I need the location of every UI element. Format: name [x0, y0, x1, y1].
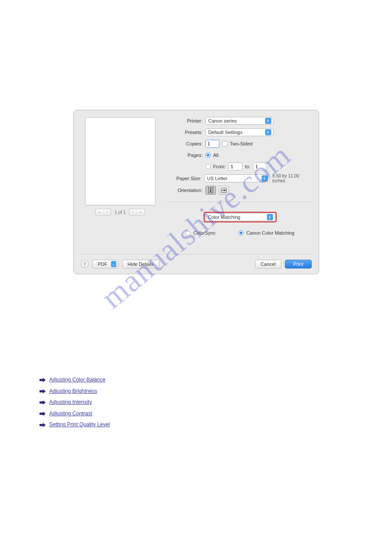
pages-label: Pages:: [169, 152, 203, 158]
hide-details-label: Hide Details: [128, 261, 154, 267]
colorsync-radio[interactable]: [185, 230, 191, 236]
next-page-icon[interactable]: ›: [129, 210, 137, 214]
print-options-section-select[interactable]: Color Matching: [205, 213, 275, 221]
presets-value: Default Settings: [209, 130, 243, 135]
landscape-icon: [221, 188, 227, 193]
orientation-landscape-button[interactable]: [219, 186, 229, 195]
list-item: Adjusting Color Balance: [40, 375, 352, 385]
pages-range-radio[interactable]: [205, 164, 211, 169]
related-link[interactable]: Adjusting Brightness: [49, 387, 97, 396]
list-item: Adjusting Brightness: [40, 387, 352, 396]
pages-from-label: From:: [213, 164, 226, 169]
svg-rect-5: [223, 190, 226, 191]
pages-all-label: All: [213, 152, 219, 158]
pages-to-input[interactable]: [253, 163, 267, 170]
paper-size-label: Paper Size:: [169, 176, 201, 181]
prev-page-icon[interactable]: ‹: [104, 210, 111, 214]
print-preview-page: [85, 117, 155, 205]
first-page-icon[interactable]: ‹‹: [96, 210, 104, 214]
colorsync-label: ColorSync: [193, 230, 216, 236]
presets-select[interactable]: Default Settings: [205, 128, 273, 136]
doc-context-text: [26, 18, 366, 110]
orientation-portrait-button[interactable]: [205, 186, 216, 195]
preview-next-buttons[interactable]: › ››: [129, 209, 145, 216]
section-select-value: Color Matching: [208, 214, 241, 220]
portrait-icon: [208, 187, 213, 193]
preview-page-indicator: 1 of 1: [115, 210, 126, 215]
print-dialog: ‹‹ ‹ 1 of 1 › ›› Printer: Canon serie: [73, 110, 319, 274]
chevron-down-icon: [111, 261, 116, 267]
two-sided-label: Two-Sided: [230, 141, 253, 146]
dropdown-caret-icon: [265, 129, 271, 135]
print-label: Print: [293, 261, 303, 267]
print-button[interactable]: Print: [285, 260, 312, 268]
svg-rect-2: [210, 190, 211, 192]
svg-point-4: [222, 190, 223, 191]
pages-all-radio[interactable]: [205, 152, 211, 158]
paper-size-select[interactable]: US Letter: [204, 174, 270, 182]
copies-label: Copies:: [169, 141, 203, 146]
arrow-right-icon: [40, 423, 46, 427]
arrow-right-icon: [40, 412, 46, 416]
pages-to-label: to:: [245, 164, 250, 169]
last-page-icon[interactable]: ››: [137, 210, 144, 214]
cancel-button[interactable]: Cancel: [255, 260, 281, 268]
presets-label: Presets:: [169, 130, 203, 135]
related-link[interactable]: Adjusting Intensity: [49, 398, 92, 407]
printer-label: Printer:: [169, 118, 203, 123]
copies-input[interactable]: [205, 140, 219, 148]
related-links-section: Adjusting Color Balance Adjusting Bright…: [26, 375, 366, 430]
divider: [166, 202, 314, 202]
related-link[interactable]: Adjusting Color Balance: [49, 375, 105, 385]
pdf-label: PDF: [98, 261, 108, 267]
two-sided-checkbox[interactable]: [222, 141, 227, 146]
help-icon: ?: [83, 261, 86, 267]
list-item: Adjusting Contrast: [40, 409, 352, 419]
cancel-label: Cancel: [261, 261, 276, 267]
printer-value: Canon series: [209, 118, 237, 123]
highlighted-section-select: Color Matching: [204, 212, 277, 222]
arrow-right-icon: [40, 378, 46, 382]
list-item: Adjusting Intensity: [40, 398, 352, 407]
svg-point-1: [210, 189, 211, 189]
dropdown-caret-icon: [265, 118, 271, 124]
arrow-right-icon: [40, 400, 46, 405]
pdf-dropdown-button[interactable]: PDF: [92, 260, 119, 268]
arrow-right-icon: [40, 389, 46, 393]
hide-details-button[interactable]: Hide Details: [122, 260, 159, 268]
orientation-label: Orientation:: [169, 188, 203, 193]
printer-select[interactable]: Canon series: [205, 117, 273, 125]
related-link[interactable]: Setting Print Quality Level: [49, 420, 110, 430]
pages-from-input[interactable]: [228, 163, 242, 170]
related-link[interactable]: Adjusting Contrast: [49, 409, 92, 419]
dropdown-caret-icon: [267, 214, 273, 220]
canon-color-matching-radio[interactable]: [238, 230, 244, 236]
help-button[interactable]: ?: [81, 260, 89, 268]
list-item: Setting Print Quality Level: [40, 420, 352, 430]
preview-prev-buttons[interactable]: ‹‹ ‹: [95, 209, 111, 216]
paper-size-value: US Letter: [207, 176, 227, 181]
related-links-list: Adjusting Color Balance Adjusting Bright…: [40, 375, 352, 430]
paper-dimensions: 8.50 by 11.00 inches: [273, 174, 312, 183]
dropdown-caret-icon: [262, 175, 268, 181]
canon-color-matching-label: Canon Color Matching: [246, 230, 294, 236]
